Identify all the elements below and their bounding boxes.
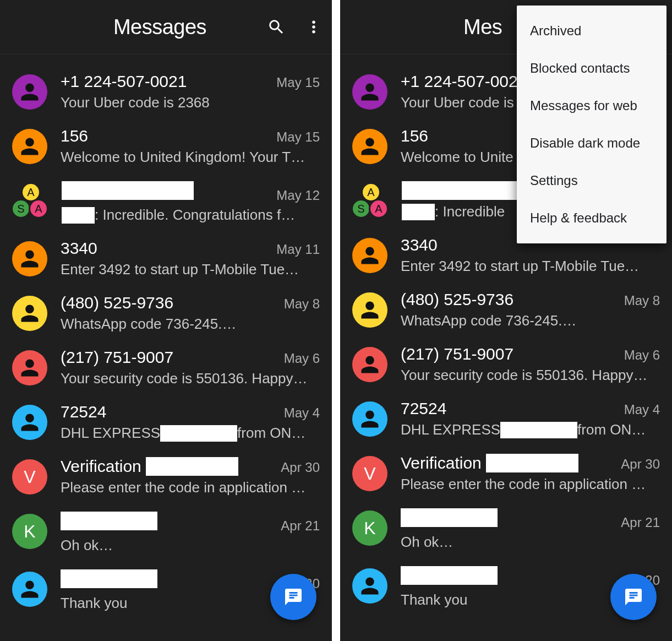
phone-right: Mes+1 224-507-0021Your Uber code is156We… (340, 0, 672, 641)
thread-preview: Please enter the code in application … (401, 476, 660, 493)
thread-preview: WhatsApp code 736-245.… (401, 312, 660, 329)
thread-date: May 15 (272, 129, 320, 145)
menu-item[interactable]: Settings (517, 162, 666, 199)
avatar-person (352, 401, 387, 437)
thread-row[interactable]: (480) 525-9736May 8WhatsApp code 736-245… (0, 286, 332, 340)
svg-point-0 (312, 21, 315, 24)
preview-text: Your security code is 550136. Happy… (401, 367, 648, 384)
thread-preview: Welcome to United Kingdom! Your T… (61, 149, 320, 166)
svg-point-2 (312, 30, 315, 34)
redacted-block (401, 508, 498, 527)
thread-row[interactable]: 156May 15Welcome to United Kingdom! Your… (0, 119, 332, 173)
avatar-person (12, 129, 47, 164)
thread-preview: Enter 3492 to start up T-Mobile Tue… (61, 261, 320, 278)
thread-preview: Your security code is 550136. Happy… (61, 370, 320, 387)
redacted-block (486, 454, 578, 472)
preview-text: Your security code is 550136. Happy… (61, 370, 308, 387)
thread-content: Apr 21Oh ok… (401, 508, 660, 551)
thread-content: 72524May 4DHL EXPRESS from ON… (401, 399, 660, 438)
thread-sender: (217) 751-9007 (401, 345, 513, 363)
menu-item[interactable]: Disable dark mode (517, 124, 666, 162)
thread-header: May 12 (62, 181, 320, 203)
preview-text: Welcome to Unite (401, 149, 513, 166)
thread-sender: +1 224-507-0021 (401, 72, 527, 91)
phone-left: Messages+1 224-507-0021May 15Your Uber c… (0, 0, 332, 641)
thread-row[interactable]: VVerificationApr 30Please enter the code… (340, 446, 672, 501)
thread-date: Apr 21 (276, 518, 320, 534)
menu-item[interactable]: Blocked contacts (517, 50, 666, 87)
thread-content: (217) 751-9007May 6Your security code is… (401, 345, 660, 384)
thread-date: May 6 (620, 347, 660, 363)
redacted-block (160, 425, 237, 442)
avatar-group: ASA (12, 183, 48, 219)
thread-sender (401, 566, 498, 585)
menu-item[interactable]: Help & feedback (517, 199, 666, 237)
topbar: Messages (0, 0, 332, 55)
preview-text: Your Uber code is 2368 (61, 94, 210, 111)
avatar-person (352, 347, 387, 382)
thread-row[interactable]: ASAMay 12: Incredible. Congratulations f… (0, 173, 332, 231)
thread-content: 156May 15Welcome to United Kingdom! Your… (61, 127, 320, 166)
thread-sender: 72524 (401, 399, 446, 418)
thread-row[interactable]: KApr 21Oh ok… (0, 504, 332, 562)
thread-row[interactable]: 72524May 4DHL EXPRESS from ON… (0, 395, 332, 449)
thread-content: +1 224-507-0021May 15Your Uber code is 2… (61, 72, 320, 111)
mini-avatar: A (29, 199, 48, 219)
thread-row[interactable]: (217) 751-9007May 6Your security code is… (0, 340, 332, 395)
avatar-person (12, 350, 47, 385)
new-message-fab[interactable] (270, 574, 316, 620)
thread-row[interactable]: (217) 751-9007May 6Your security code is… (340, 337, 672, 392)
thread-sender: 72524 (61, 403, 106, 421)
preview-text: Enter 3492 to start up T-Mobile Tue… (61, 261, 299, 278)
thread-header: 156May 15 (61, 127, 320, 145)
avatar-person (12, 296, 47, 331)
thread-row[interactable]: VVerificationApr 30Please enter the code… (0, 449, 332, 504)
thread-content: 72524May 4DHL EXPRESS from ON… (61, 403, 320, 442)
thread-row[interactable]: 72524May 4DHL EXPRESS from ON… (340, 392, 672, 446)
preview-text: DHL EXPRESS (61, 425, 160, 442)
thread-row[interactable]: KApr 21Oh ok… (340, 501, 672, 558)
thread-preview: WhatsApp code 736-245.… (61, 316, 320, 333)
preview-text: Welcome to United Kingdom! Your T… (61, 149, 305, 166)
preview-text: Thank you (401, 591, 467, 609)
thread-header: Apr 21 (401, 508, 660, 530)
thread-preview: Your Uber code is 2368 (61, 94, 320, 111)
thread-preview: Enter 3492 to start up T-Mobile Tue… (401, 258, 660, 275)
preview-text: : Incredible (435, 203, 505, 220)
menu-item[interactable]: Messages for web (517, 87, 666, 124)
preview-text: WhatsApp code 736-245.… (61, 316, 236, 333)
thread-preview: : Incredible. Congratulations f… (62, 207, 320, 224)
preview-text: Oh ok… (401, 534, 453, 551)
thread-header: +1 224-507-0021May 15 (61, 72, 320, 91)
avatar-person (12, 572, 47, 607)
more-vert-icon[interactable] (305, 19, 322, 35)
redacted-block (402, 204, 435, 220)
search-icon[interactable] (267, 18, 286, 36)
thread-row[interactable]: +1 224-507-0021May 15Your Uber code is 2… (0, 64, 332, 119)
preview-text: from ON… (577, 421, 646, 438)
thread-date: May 11 (272, 242, 320, 257)
thread-content: VerificationApr 30Please enter the code … (401, 454, 660, 493)
preview-text: DHL EXPRESS (401, 421, 500, 438)
thread-date: May 4 (620, 402, 660, 417)
preview-text: Please enter the code in application … (61, 479, 305, 496)
thread-content: VerificationApr 30Please enter the code … (61, 457, 320, 496)
redacted-block (61, 569, 157, 588)
thread-content: May 12: Incredible. Congratulations f… (62, 181, 320, 224)
thread-date: Apr 30 (276, 460, 320, 475)
thread-row[interactable]: 3340May 11Enter 3492 to start up T-Mobil… (0, 231, 332, 286)
thread-row[interactable]: (480) 525-9736May 8WhatsApp code 736-245… (340, 283, 672, 337)
avatar-person (12, 241, 47, 276)
thread-sender: 3340 (61, 239, 97, 258)
thread-header: (480) 525-9736May 8 (61, 294, 320, 312)
thread-date: May 15 (272, 75, 320, 90)
new-message-fab[interactable] (610, 574, 657, 620)
preview-text: Thank you (61, 595, 127, 612)
mini-avatar: A (369, 199, 389, 219)
thread-header: 72524May 4 (401, 399, 660, 418)
thread-date: Apr 21 (616, 515, 660, 530)
avatar-person (12, 74, 47, 110)
avatar-person (352, 568, 387, 604)
thread-preview: DHL EXPRESS from ON… (401, 421, 660, 438)
menu-item[interactable]: Archived (517, 12, 666, 50)
